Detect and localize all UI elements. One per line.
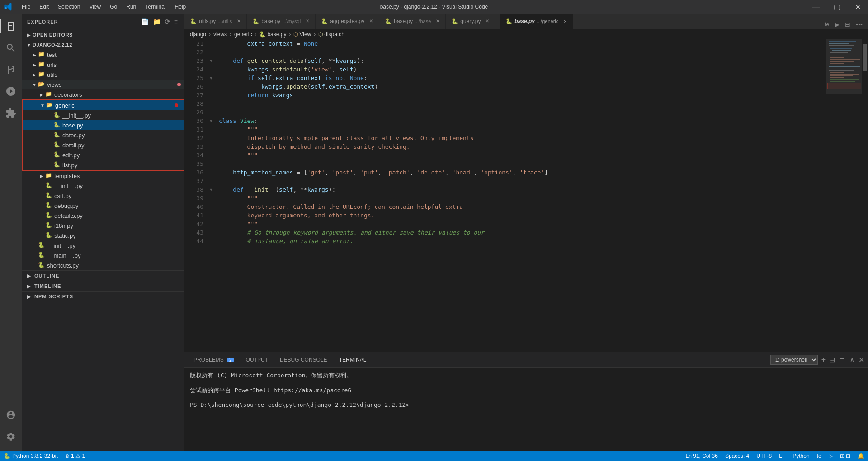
file-defaults[interactable]: ▶ 🐍 defaults.py <box>22 211 184 221</box>
terminal-add-icon[interactable]: + <box>821 356 826 364</box>
fold-23[interactable]: ▼ <box>207 56 215 65</box>
status-errors[interactable]: ⊗ 1 ⚠ 1 <box>61 451 89 461</box>
account-activity-icon[interactable] <box>0 404 22 426</box>
folder-decorators[interactable]: ▶ 📁 decorators <box>22 89 184 99</box>
fold-25[interactable]: ▼ <box>207 74 215 82</box>
source-control-activity-icon[interactable] <box>0 59 22 80</box>
tab-base-mysql-close[interactable]: ✕ <box>303 17 311 25</box>
code-content[interactable]: extra_context = None def get_context_dat… <box>215 39 826 352</box>
file-dates[interactable]: ▶ 🐍 dates.py <box>23 130 184 140</box>
folder-views[interactable]: ▼ 📂 views <box>22 80 184 89</box>
status-te[interactable]: te <box>813 451 825 461</box>
menu-go[interactable]: Go <box>105 2 122 12</box>
tab-base-base[interactable]: 🐍 base.py ...\base ✕ <box>379 14 446 29</box>
tab-more-icon[interactable]: ••• <box>854 20 864 29</box>
tab-base-mysql[interactable]: 🐍 base.py ...\mysql ✕ <box>247 14 316 29</box>
tab-query[interactable]: 🐍 query.py ✕ <box>446 14 500 29</box>
breadcrumb-generic[interactable]: generic <box>234 31 252 38</box>
terminal-content[interactable]: 版权所有 (C) Microsoft Corporation。保留所有权利。 尝… <box>184 368 868 451</box>
folder-templates[interactable]: ▶ 📁 templates <box>22 171 184 181</box>
status-notifications[interactable]: 🔔 <box>854 451 868 461</box>
tab-problems[interactable]: PROBLEMS 2 <box>188 355 240 365</box>
terminal-close-icon[interactable]: ✕ <box>859 356 864 364</box>
tab-split-icon[interactable]: te <box>823 20 831 28</box>
maximize-button[interactable]: ▢ <box>826 0 847 14</box>
search-activity-icon[interactable] <box>0 37 22 59</box>
refresh-icon[interactable]: ⟳ <box>164 17 171 26</box>
tab-query-close[interactable]: ✕ <box>483 17 491 25</box>
run-activity-icon[interactable] <box>0 80 22 102</box>
menu-terminal[interactable]: Terminal <box>141 2 170 12</box>
outline-header[interactable]: ▶ OUTLINE <box>22 271 184 281</box>
status-eol[interactable]: LF <box>775 451 789 461</box>
new-folder-icon[interactable]: 📁 <box>152 17 162 26</box>
open-editors-section[interactable]: ▶ OPEN EDITORS <box>22 30 184 40</box>
status-ln-col[interactable]: Ln 91, Col 36 <box>682 451 722 461</box>
shell-selector[interactable]: 1: powershell <box>770 355 818 365</box>
file-shortcuts[interactable]: ▶ 🐍 shortcuts.py <box>22 260 184 270</box>
file-detail[interactable]: ▶ 🐍 detail.py <box>23 140 184 150</box>
file-init-generic[interactable]: ▶ 🐍 __init__.py <box>23 110 184 120</box>
terminal-trash-icon[interactable]: 🗑 <box>839 356 846 364</box>
close-button[interactable]: ✕ <box>847 0 868 14</box>
breadcrumb-basepy[interactable]: 🐍base.py <box>259 31 286 38</box>
status-spaces[interactable]: Spaces: 4 <box>722 451 753 461</box>
folder-test[interactable]: ▶ 📁 test <box>22 50 184 60</box>
terminal-split-icon[interactable]: ⊟ <box>829 356 835 364</box>
menu-help[interactable]: Help <box>170 2 191 12</box>
status-python-version[interactable]: 🐍 Python 3.8.2 32-bit <box>0 451 61 461</box>
new-file-icon[interactable]: 📄 <box>140 17 150 26</box>
tab-utils[interactable]: 🐍 utils.py ...\utils ✕ <box>184 14 247 29</box>
tab-run-icon[interactable]: ▶ <box>833 20 841 29</box>
menu-view[interactable]: View <box>85 2 105 12</box>
breadcrumb-views[interactable]: views <box>213 31 227 38</box>
tab-base-generic[interactable]: 🐍 base.py ...\generic ✕ <box>500 14 573 29</box>
folder-generic[interactable]: ▼ 📂 generic <box>23 100 184 110</box>
status-encoding[interactable]: UTF-8 <box>753 451 775 461</box>
status-language[interactable]: Python <box>789 451 813 461</box>
file-debug[interactable]: ▶ 🐍 debug.py <box>22 201 184 211</box>
fold-30[interactable]: ▼ <box>207 117 215 125</box>
folder-utils[interactable]: ▶ 📁 utils <box>22 70 184 80</box>
terminal-chevron-up-icon[interactable]: ∧ <box>849 356 855 364</box>
tab-base-generic-close[interactable]: ✕ <box>561 17 569 25</box>
file-base-generic[interactable]: ▶ 🐍 base.py <box>23 120 184 130</box>
tab-layout-icon[interactable]: ⊟ <box>843 20 852 29</box>
npm-scripts-header[interactable]: ▶ NPM SCRIPTS <box>22 292 184 301</box>
file-edit[interactable]: ▶ 🐍 edit.py <box>23 150 184 160</box>
tab-aggregates[interactable]: 🐍 aggregates.py ✕ <box>316 14 379 29</box>
file-main[interactable]: ▶ 🐍 __main__.py <box>22 250 184 260</box>
tab-utils-close[interactable]: ✕ <box>235 17 243 25</box>
extensions-activity-icon[interactable] <box>0 102 22 124</box>
status-run[interactable]: ▷ <box>825 451 836 461</box>
breadcrumb-view[interactable]: ⬡View <box>293 31 311 38</box>
menu-selection[interactable]: Selection <box>53 2 85 12</box>
tab-base-base-close[interactable]: ✕ <box>434 17 442 25</box>
fold-38[interactable]: ▼ <box>207 185 215 194</box>
breadcrumb-django[interactable]: django <box>190 31 206 38</box>
file-list[interactable]: ▶ 🐍 list.py <box>23 160 184 170</box>
menu-edit[interactable]: Edit <box>35 2 53 12</box>
menu-file[interactable]: File <box>17 2 35 12</box>
file-i18n[interactable]: ▶ 🐍 i18n.py <box>22 221 184 230</box>
collapse-icon[interactable]: ≡ <box>173 17 179 26</box>
project-root[interactable]: ▼ DJANGO-2.2.12 <box>22 40 184 50</box>
timeline-header[interactable]: ▶ TIMELINE <box>22 281 184 291</box>
editor-scrollbar-thumb[interactable] <box>863 44 867 71</box>
file-csrf[interactable]: ▶ 🐍 csrf.py <box>22 191 184 201</box>
settings-activity-icon[interactable] <box>0 426 22 447</box>
tab-debug-console[interactable]: DEBUG CONSOLE <box>274 355 333 365</box>
folder-urls[interactable]: ▶ 📁 urls <box>22 60 184 70</box>
tab-terminal[interactable]: TERMINAL <box>334 355 372 365</box>
tab-aggregates-close[interactable]: ✕ <box>367 17 375 25</box>
file-static[interactable]: ▶ 🐍 static.py <box>22 230 184 240</box>
breadcrumb-dispatch[interactable]: ⬡dispatch <box>318 31 344 38</box>
status-remote[interactable]: ⊞ ⊟ <box>836 451 854 461</box>
editor-scrollbar[interactable] <box>862 39 868 352</box>
file-init-root[interactable]: ▶ 🐍 __init__.py <box>22 240 184 250</box>
minimize-button[interactable]: — <box>806 0 826 14</box>
explorer-activity-icon[interactable] <box>0 15 22 37</box>
menu-run[interactable]: Run <box>122 2 141 12</box>
file-init-views[interactable]: ▶ 🐍 __init__.py <box>22 181 184 191</box>
tab-output[interactable]: OUTPUT <box>241 355 274 365</box>
